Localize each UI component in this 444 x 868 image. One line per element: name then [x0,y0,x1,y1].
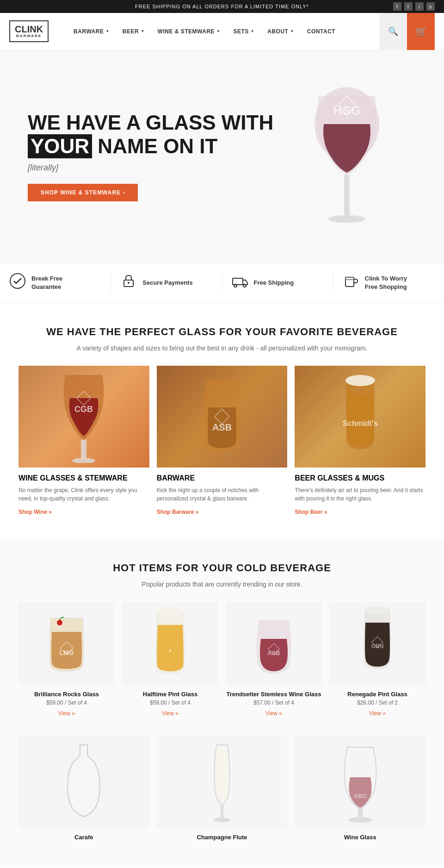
svg-point-20 [157,607,183,617]
renegade-pint-price: $26.00 / Set of 2 [329,699,426,706]
stemless-wine-image: ASB [226,602,322,685]
stemless-wine-link[interactable]: View » [265,710,282,717]
section1-subtitle: A variety of shapes and sizes to bring o… [18,344,426,352]
svg-text:Schmidt's: Schmidt's [343,419,378,427]
product-wine-glass2: ABC Wine Glass [295,736,426,843]
hero-line1: WE HAVE A GLASS WITH [28,111,273,134]
product-stemless-wine: ASB Trendsetter Stemless Wine Glass $57.… [226,602,322,717]
header: CLINK BARWARE BARWARE ▼ BEER ▼ WINE & ST… [0,13,444,50]
section2-title: HOT ITEMS FOR YOUR COLD BEVERAGE [18,562,426,574]
svg-point-13 [72,458,95,463]
svg-point-6 [128,282,130,284]
nav-contact[interactable]: CONTACT [301,13,342,50]
pint-glass-icon: ✦ [147,606,193,681]
svg-rect-12 [81,440,86,458]
product-grid-row2: Carafe Champagne Flute [18,736,426,843]
svg-point-28 [348,817,372,823]
checkmark-icon [9,273,26,293]
hero-subtitle: [literally] [28,163,278,173]
wine-category-image: CGB [18,366,149,468]
feature-break-free-text: Break Free Guarantee [31,275,62,291]
wine-glass2-image: ABC [295,736,426,828]
nav-sets[interactable]: SETS ▼ [227,13,261,50]
product-grid: LMG Brilliance Rocks Glass $59.00 / Set … [18,602,426,717]
svg-text:LMG: LMG [59,649,74,656]
barware-shop-link[interactable]: Shop Barware » [157,509,199,515]
twitter-icon[interactable]: t [404,2,413,11]
pinterest-icon[interactable]: p [426,2,435,11]
beer-category-name: BEER GLASSES & MUGS [295,474,426,482]
pint-glass-name: Halftime Pint Glass [122,691,218,698]
barware-dropdown-arrow: ▼ [105,29,109,33]
wine-dropdown-arrow: ▼ [216,29,220,33]
section2-subtitle: Popular products that are currently tren… [18,581,426,588]
feature-shipping-text: Free Shipping [254,279,294,287]
svg-text:✦: ✦ [168,648,173,654]
svg-point-16 [345,375,375,386]
logo-line2: BARWARE [15,34,43,38]
logo[interactable]: CLINK BARWARE [9,20,49,42]
search-icon: 🔍 [388,26,398,37]
wine-shop-link[interactable]: Shop Wine » [18,509,52,515]
hero-cta-button[interactable]: SHOP WINE & STEMWARE › [28,184,138,201]
pint-glass-link[interactable]: View » [162,710,179,717]
product-champagne: Champagne Flute [157,736,288,843]
rocks-glass-name: Brilliance Rocks Glass [18,691,115,698]
hot-items-section: HOT ITEMS FOR YOUR COLD BEVERAGE Popular… [0,539,444,866]
beer-category-image: Schmidt's [295,366,426,468]
svg-text:GBN: GBN [371,643,384,649]
sets-dropdown-arrow: ▼ [251,29,254,33]
feature-break-free: Break Free Guarantee [0,273,111,293]
instagram-icon[interactable]: i [415,2,424,11]
wine-glass2-name: Wine Glass [295,834,426,841]
product-rocks-glass: LMG Brilliance Rocks Glass $59.00 / Set … [18,602,115,717]
hero-image: HSG [278,69,416,244]
svg-rect-7 [233,278,243,285]
feature-worry-free: Clink To Worry Free Shopping [333,273,444,293]
product-carafe: Carafe [18,736,149,843]
beer-shop-link[interactable]: Shop Beer » [295,509,327,515]
carafe-icon [61,740,107,824]
rocks-glass-image: LMG [18,602,115,685]
beer-category-desc: There's definitely an art to pouring bee… [295,486,426,503]
svg-rect-11 [345,277,354,280]
wine-category-desc: No matter the grape, Clink offers every … [18,486,149,503]
svg-point-8 [234,284,237,287]
category-grid: CGB WINE GLASSES & STEMWARE No matter th… [18,366,426,516]
svg-point-26 [214,818,230,822]
svg-rect-25 [221,805,223,819]
nav-wine[interactable]: WINE & STEMWARE ▼ [151,13,227,50]
category-wine: CGB WINE GLASSES & STEMWARE No matter th… [18,366,149,516]
svg-rect-1 [344,175,350,217]
stemless-wine-icon: ASB [251,606,297,681]
product-renegade-pint: GBN Renegade Pint Glass $26.00 / Set of … [329,602,426,717]
wine-glass-category-icon: CGB [56,370,111,463]
rocks-glass-link[interactable]: View » [58,710,75,717]
wine-glass2-icon: ABC [337,740,383,824]
about-dropdown-arrow: ▼ [290,29,294,33]
rocks-glass-icon: LMG [43,609,90,678]
feature-free-shipping: Free Shipping [222,273,333,293]
feature-secure-text: Secure Payments [142,279,192,287]
barware-category-image: ASB [157,366,288,468]
facebook-icon[interactable]: f [393,2,401,11]
header-right: 🔍 🛒 [379,13,435,50]
stemless-wine-price: $57.00 / Set of 4 [226,699,322,706]
hero-wine-glass-icon: HSG [301,78,393,235]
barware-category-desc: Kick the night up a couple of notches wi… [157,486,288,503]
announcement-bar: FREE SHIPPING ON ALL ORDERS FOR A LIMITE… [0,0,444,13]
search-button[interactable]: 🔍 [379,13,407,50]
renegade-pint-link[interactable]: View » [369,710,386,717]
cart-button[interactable]: 🛒 [407,13,435,50]
nav-beer[interactable]: BEER ▼ [116,13,151,50]
hero-heading: WE HAVE A GLASS WITH YOUR NAME ON IT [28,112,278,158]
beer-glass-icon: Schmidt's [333,370,388,463]
wine-category-name: WINE GLASSES & STEMWARE [18,474,149,482]
pint-glass-price: $59.00 / Set of 4 [122,699,218,706]
social-icons: f t i p [393,2,435,11]
carafe-name: Carafe [18,834,149,841]
svg-point-4 [10,274,25,288]
nav-barware[interactable]: BARWARE ▼ [67,13,116,50]
hero-line2: NAME ON IT [98,135,217,157]
nav-about[interactable]: ABOUT ▼ [261,13,301,50]
